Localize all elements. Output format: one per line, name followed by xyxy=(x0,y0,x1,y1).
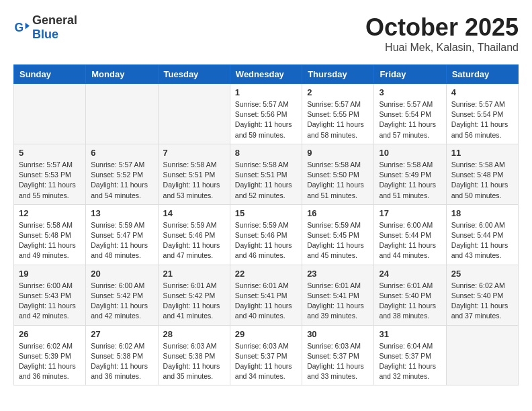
day-info: Sunrise: 6:04 AMSunset: 5:37 PMDaylight:… xyxy=(379,341,441,382)
calendar-week-row: 5Sunrise: 5:57 AMSunset: 5:53 PMDaylight… xyxy=(14,144,519,204)
day-number: 30 xyxy=(307,329,369,339)
day-info: Sunrise: 6:03 AMSunset: 5:37 PMDaylight:… xyxy=(235,341,297,382)
calendar-cell: 8Sunrise: 5:58 AMSunset: 5:51 PMDaylight… xyxy=(230,144,302,204)
day-number: 26 xyxy=(19,329,81,339)
day-info: Sunrise: 5:58 AMSunset: 5:49 PMDaylight:… xyxy=(379,160,441,201)
day-info: Sunrise: 5:57 AMSunset: 5:53 PMDaylight:… xyxy=(19,160,81,201)
weekday-header-saturday: Saturday xyxy=(446,65,518,84)
location-title: Huai Mek, Kalasin, Thailand xyxy=(365,42,519,54)
calendar-cell: 4Sunrise: 5:57 AMSunset: 5:54 PMDaylight… xyxy=(446,84,518,144)
day-info: Sunrise: 6:01 AMSunset: 5:40 PMDaylight:… xyxy=(379,281,441,322)
calendar-cell: 3Sunrise: 5:57 AMSunset: 5:54 PMDaylight… xyxy=(374,84,446,144)
logo-general: General xyxy=(32,13,77,27)
calendar-cell: 10Sunrise: 5:58 AMSunset: 5:49 PMDayligh… xyxy=(374,144,446,204)
day-number: 11 xyxy=(451,148,513,158)
day-info: Sunrise: 5:58 AMSunset: 5:50 PMDaylight:… xyxy=(307,160,369,201)
logo-icon: G xyxy=(13,19,30,36)
day-info: Sunrise: 6:03 AMSunset: 5:37 PMDaylight:… xyxy=(307,341,369,382)
day-number: 10 xyxy=(379,148,441,158)
day-info: Sunrise: 6:01 AMSunset: 5:41 PMDaylight:… xyxy=(235,281,297,322)
calendar-cell: 21Sunrise: 6:01 AMSunset: 5:42 PMDayligh… xyxy=(158,265,230,325)
month-title: October 2025 xyxy=(365,13,519,42)
day-number: 27 xyxy=(91,329,152,339)
calendar-cell: 17Sunrise: 6:00 AMSunset: 5:44 PMDayligh… xyxy=(374,204,446,265)
calendar-cell: 15Sunrise: 5:59 AMSunset: 5:46 PMDayligh… xyxy=(230,204,302,265)
calendar-cell xyxy=(158,84,230,144)
weekday-header-wednesday: Wednesday xyxy=(230,65,302,84)
calendar-cell: 13Sunrise: 5:59 AMSunset: 5:47 PMDayligh… xyxy=(86,204,158,265)
day-number: 5 xyxy=(19,148,81,158)
calendar-cell: 31Sunrise: 6:04 AMSunset: 5:37 PMDayligh… xyxy=(374,325,446,385)
day-info: Sunrise: 6:00 AMSunset: 5:44 PMDaylight:… xyxy=(379,220,441,261)
day-number: 18 xyxy=(451,208,513,218)
calendar-cell: 23Sunrise: 6:01 AMSunset: 5:41 PMDayligh… xyxy=(302,265,374,325)
day-number: 14 xyxy=(163,208,225,218)
calendar-cell: 1Sunrise: 5:57 AMSunset: 5:56 PMDaylight… xyxy=(230,84,302,144)
day-info: Sunrise: 5:58 AMSunset: 5:51 PMDaylight:… xyxy=(163,160,225,201)
calendar-cell: 7Sunrise: 5:58 AMSunset: 5:51 PMDaylight… xyxy=(158,144,230,204)
day-number: 31 xyxy=(379,329,441,339)
calendar-cell: 28Sunrise: 6:03 AMSunset: 5:38 PMDayligh… xyxy=(158,325,230,385)
weekday-header-sunday: Sunday xyxy=(14,65,86,84)
calendar-cell: 18Sunrise: 6:00 AMSunset: 5:44 PMDayligh… xyxy=(446,204,518,265)
calendar-cell: 14Sunrise: 5:59 AMSunset: 5:46 PMDayligh… xyxy=(158,204,230,265)
calendar-cell: 30Sunrise: 6:03 AMSunset: 5:37 PMDayligh… xyxy=(302,325,374,385)
day-info: Sunrise: 5:59 AMSunset: 5:46 PMDaylight:… xyxy=(163,220,225,261)
day-info: Sunrise: 6:00 AMSunset: 5:44 PMDaylight:… xyxy=(451,220,513,261)
day-number: 22 xyxy=(235,269,297,279)
day-number: 20 xyxy=(91,269,152,279)
calendar-week-row: 12Sunrise: 5:58 AMSunset: 5:48 PMDayligh… xyxy=(14,204,519,265)
day-info: Sunrise: 5:59 AMSunset: 5:47 PMDaylight:… xyxy=(91,220,152,261)
day-number: 7 xyxy=(163,148,225,158)
day-number: 13 xyxy=(91,208,152,218)
day-info: Sunrise: 5:58 AMSunset: 5:48 PMDaylight:… xyxy=(19,220,81,261)
day-number: 15 xyxy=(235,208,297,218)
day-number: 28 xyxy=(163,329,225,339)
day-number: 4 xyxy=(451,87,513,97)
day-number: 19 xyxy=(19,269,81,279)
day-number: 16 xyxy=(307,208,369,218)
calendar-cell: 5Sunrise: 5:57 AMSunset: 5:53 PMDaylight… xyxy=(14,144,86,204)
day-info: Sunrise: 6:00 AMSunset: 5:42 PMDaylight:… xyxy=(91,281,152,322)
title-block: October 2025 Huai Mek, Kalasin, Thailand xyxy=(365,13,519,54)
day-number: 21 xyxy=(163,269,225,279)
day-info: Sunrise: 5:57 AMSunset: 5:54 PMDaylight:… xyxy=(379,99,441,140)
calendar-cell: 16Sunrise: 5:59 AMSunset: 5:45 PMDayligh… xyxy=(302,204,374,265)
calendar-week-row: 26Sunrise: 6:02 AMSunset: 5:39 PMDayligh… xyxy=(14,325,519,385)
calendar-cell: 9Sunrise: 5:58 AMSunset: 5:50 PMDaylight… xyxy=(302,144,374,204)
calendar-cell: 20Sunrise: 6:00 AMSunset: 5:42 PMDayligh… xyxy=(86,265,158,325)
day-number: 8 xyxy=(235,148,297,158)
weekday-header-thursday: Thursday xyxy=(302,65,374,84)
calendar-cell: 19Sunrise: 6:00 AMSunset: 5:43 PMDayligh… xyxy=(14,265,86,325)
calendar-cell xyxy=(14,84,86,144)
svg-text:G: G xyxy=(15,21,24,34)
day-info: Sunrise: 6:01 AMSunset: 5:41 PMDaylight:… xyxy=(307,281,369,322)
calendar-cell: 26Sunrise: 6:02 AMSunset: 5:39 PMDayligh… xyxy=(14,325,86,385)
day-info: Sunrise: 6:02 AMSunset: 5:40 PMDaylight:… xyxy=(451,281,513,322)
day-number: 29 xyxy=(235,329,297,339)
day-number: 24 xyxy=(379,269,441,279)
calendar-cell: 2Sunrise: 5:57 AMSunset: 5:55 PMDaylight… xyxy=(302,84,374,144)
calendar-week-row: 1Sunrise: 5:57 AMSunset: 5:56 PMDaylight… xyxy=(14,84,519,144)
calendar-cell: 6Sunrise: 5:57 AMSunset: 5:52 PMDaylight… xyxy=(86,144,158,204)
weekday-header-friday: Friday xyxy=(374,65,446,84)
day-info: Sunrise: 6:03 AMSunset: 5:38 PMDaylight:… xyxy=(163,341,225,382)
day-number: 1 xyxy=(235,87,297,97)
day-info: Sunrise: 6:00 AMSunset: 5:43 PMDaylight:… xyxy=(19,281,81,322)
logo: G General Blue xyxy=(13,13,77,42)
logo-blue: Blue xyxy=(32,28,58,41)
day-info: Sunrise: 6:02 AMSunset: 5:38 PMDaylight:… xyxy=(91,341,152,382)
calendar-cell xyxy=(86,84,158,144)
day-info: Sunrise: 5:59 AMSunset: 5:45 PMDaylight:… xyxy=(307,220,369,261)
calendar-cell: 25Sunrise: 6:02 AMSunset: 5:40 PMDayligh… xyxy=(446,265,518,325)
day-number: 9 xyxy=(307,148,369,158)
day-number: 3 xyxy=(379,87,441,97)
calendar-cell xyxy=(446,325,518,385)
weekday-header-monday: Monday xyxy=(86,65,158,84)
calendar-week-row: 19Sunrise: 6:00 AMSunset: 5:43 PMDayligh… xyxy=(14,265,519,325)
calendar-cell: 29Sunrise: 6:03 AMSunset: 5:37 PMDayligh… xyxy=(230,325,302,385)
calendar-cell: 24Sunrise: 6:01 AMSunset: 5:40 PMDayligh… xyxy=(374,265,446,325)
calendar-cell: 11Sunrise: 5:58 AMSunset: 5:48 PMDayligh… xyxy=(446,144,518,204)
day-info: Sunrise: 5:59 AMSunset: 5:46 PMDaylight:… xyxy=(235,220,297,261)
day-number: 17 xyxy=(379,208,441,218)
